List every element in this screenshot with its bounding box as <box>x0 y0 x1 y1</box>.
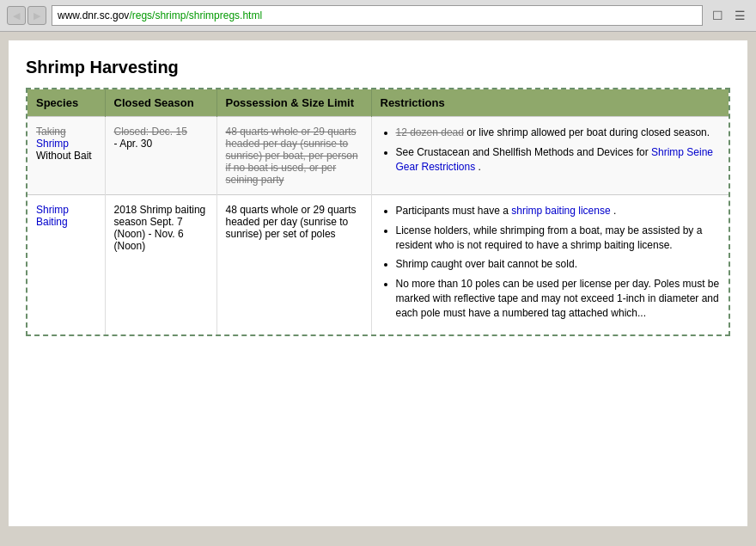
table-row: Taking Shrimp Without Bait Closed: Dec. … <box>27 117 729 195</box>
baiting-license-link[interactable]: shrimp baiting license <box>511 205 610 217</box>
restriction-item-2d: No more than 10 poles can be used per li… <box>396 277 721 320</box>
possession-strikethrough-1: 48 quarts whole or 29 quarts headed per … <box>226 126 358 186</box>
header-species: Species <box>27 89 105 117</box>
page-content: Shrimp Harvesting Species Closed Season … <box>9 40 747 526</box>
dozen-strikethrough: 12 dozen dead <box>396 126 464 138</box>
restriction-2d-text: No more than 10 poles can be used per li… <box>396 278 720 319</box>
shrimp-link-1[interactable]: Shrimp <box>36 138 69 150</box>
restriction-item-2a: Participants must have a shrimp baiting … <box>396 204 721 218</box>
url-base: www.dnr.sc.gov <box>58 9 129 21</box>
closed-season-apr: - Apr. 30 <box>114 138 153 150</box>
url-path: /regs/shrimp/shrimpregs.html <box>129 9 262 21</box>
address-bar[interactable]: www.dnr.sc.gov/regs/shrimp/shrimpregs.ht… <box>52 5 703 26</box>
restriction-2a-text: Participants must have a <box>396 205 512 217</box>
nav-buttons: ◀ ▶ <box>7 6 46 25</box>
restriction-item-1a: 12 dozen dead or live shrimp allowed per… <box>396 126 721 140</box>
restrictions-cell-2: Participants must have a shrimp baiting … <box>371 195 729 334</box>
forward-button[interactable]: ▶ <box>27 6 46 25</box>
url-display: www.dnr.sc.gov/regs/shrimp/shrimpregs.ht… <box>58 9 262 21</box>
table-row: Shrimp Baiting 2018 Shrimp baiting seaso… <box>27 195 729 334</box>
species-cell-2: Shrimp Baiting <box>27 195 105 334</box>
species-taking-text: Taking <box>36 126 66 138</box>
restriction-2a-period: . <box>613 205 616 217</box>
species-without-bait: Without Bait <box>36 150 92 162</box>
restriction-1b-text: See Crustacean and Shellfish Methods and… <box>396 146 652 158</box>
restriction-1b-period: . <box>479 161 481 173</box>
header-closed-season: Closed Season <box>105 89 216 117</box>
species-cell-1: Taking Shrimp Without Bait <box>27 117 105 195</box>
regulations-table: Species Closed Season Possession & Size … <box>27 89 729 334</box>
restriction-1a-rest: or live shrimp allowed per boat during c… <box>466 126 710 138</box>
restriction-item-1b: See Crustacean and Shellfish Methods and… <box>396 145 721 175</box>
content-table-container: Species Closed Season Possession & Size … <box>26 88 730 336</box>
table-header-row: Species Closed Season Possession & Size … <box>27 89 729 117</box>
restriction-2c-text: Shrimp caught over bait cannot be sold. <box>396 258 577 270</box>
bookmark-icon[interactable]: ☐ <box>708 6 727 25</box>
closed-season-strikethrough: Closed: Dec. 15 <box>114 126 187 138</box>
closed-season-cell-1: Closed: Dec. 15 - Apr. 30 <box>105 117 216 195</box>
restrictions-cell-1: 12 dozen dead or live shrimp allowed per… <box>371 117 729 195</box>
restriction-2b-text: License holders, while shrimping from a … <box>396 224 703 251</box>
shrimp-baiting-link[interactable]: Shrimp Baiting <box>36 204 69 228</box>
back-button[interactable]: ◀ <box>7 6 26 25</box>
header-possession: Possession & Size Limit <box>216 89 371 117</box>
possession-cell-1: 48 quarts whole or 29 quarts headed per … <box>216 117 371 195</box>
menu-icon[interactable]: ☰ <box>730 6 749 25</box>
closed-season-cell-2: 2018 Shrimp baiting season Sept. 7 (Noon… <box>105 195 216 334</box>
baiting-season-text: 2018 Shrimp baiting season Sept. 7 (Noon… <box>114 204 206 252</box>
page-title: Shrimp Harvesting <box>26 58 730 77</box>
browser-icons: ☐ ☰ <box>708 6 749 25</box>
browser-toolbar: ◀ ▶ www.dnr.sc.gov/regs/shrimp/shrimpreg… <box>0 0 756 32</box>
possession-text-2: 48 quarts whole or 29 quarts headed per … <box>226 204 357 240</box>
header-restrictions: Restrictions <box>371 89 729 117</box>
restriction-item-2b: License holders, while shrimping from a … <box>396 224 721 253</box>
restriction-item-2c: Shrimp caught over bait cannot be sold. <box>396 257 721 272</box>
possession-cell-2: 48 quarts whole or 29 quarts headed per … <box>216 195 371 334</box>
